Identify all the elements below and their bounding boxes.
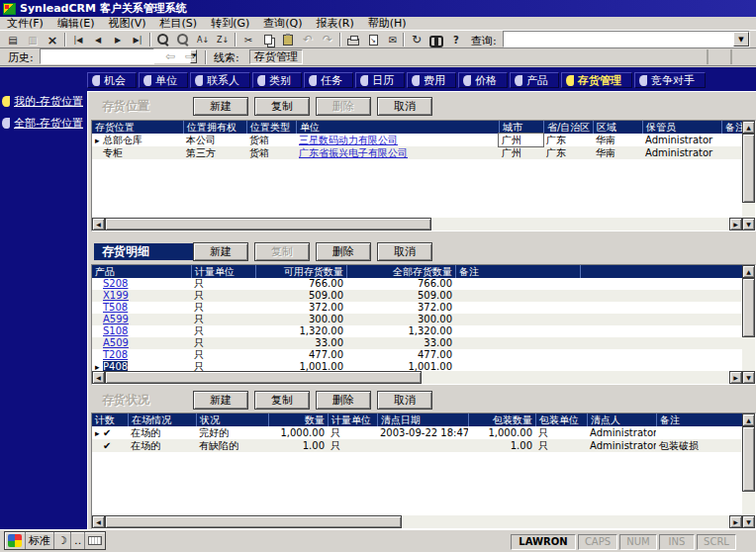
- column-header[interactable]: 包装单位: [535, 414, 587, 426]
- history-back-button[interactable]: ⇦: [161, 49, 179, 65]
- table-row[interactable]: T508 只 372.00 372.00: [92, 302, 742, 314]
- column-header[interactable]: 位置拥有权: [183, 121, 246, 134]
- location-copy-button[interactable]: 复制: [254, 97, 310, 116]
- product-link[interactable]: S208: [103, 278, 128, 289]
- menu-columns[interactable]: 栏目(S): [153, 17, 205, 31]
- unit-link[interactable]: 广东省振兴电子有限公司: [299, 147, 408, 158]
- menu-query[interactable]: 查询(Q): [256, 17, 309, 31]
- history-forward-button[interactable]: ⇨: [181, 49, 199, 65]
- scroll-up-button[interactable]: ▲: [742, 414, 755, 426]
- scroll-right-button[interactable]: ▶: [729, 515, 742, 528]
- refresh-button[interactable]: ↻: [407, 32, 426, 47]
- sidebar-item-all-locations[interactable]: 全部-存货位置: [2, 115, 85, 131]
- query-input[interactable]: [504, 32, 733, 46]
- ime-punct-button[interactable]: ‥: [71, 532, 85, 549]
- ime-standard-button[interactable]: 标准: [26, 532, 54, 549]
- column-header[interactable]: 可用存货数量: [255, 265, 346, 278]
- sort-desc-button[interactable]: Z↓: [213, 32, 233, 47]
- table-row[interactable]: S108 只 1,320.00 1,320.00: [92, 325, 742, 337]
- prev-record-button[interactable]: ◀: [88, 32, 108, 47]
- first-record-button[interactable]: |◀: [68, 32, 88, 47]
- scroll-thumb[interactable]: [742, 134, 755, 203]
- status-copy-button[interactable]: 复制: [254, 391, 310, 410]
- ime-softkbd-button[interactable]: [85, 532, 105, 549]
- column-header[interactable]: 清点人: [587, 414, 656, 426]
- scroll-left-button[interactable]: ◀: [92, 371, 105, 384]
- preview-button[interactable]: [173, 32, 193, 47]
- column-header[interactable]: 产品: [92, 265, 191, 278]
- table-row[interactable]: ✔ 在场的 有缺陷的 1.00 只 1.00 只 Administrator 包…: [92, 439, 742, 452]
- scroll-thumb[interactable]: [105, 218, 431, 230]
- location-cancel-button[interactable]: 取消: [377, 97, 432, 116]
- last-record-button[interactable]: ▶|: [128, 32, 147, 47]
- search-button[interactable]: [153, 32, 173, 47]
- print-button[interactable]: [343, 32, 363, 47]
- find-button[interactable]: [426, 32, 446, 47]
- column-header[interactable]: 位置类型: [246, 121, 296, 134]
- delete-record-button[interactable]: ×: [43, 32, 62, 47]
- export-button[interactable]: ↘: [363, 32, 383, 47]
- scroll-down-button[interactable]: ▼: [742, 371, 755, 384]
- tab-expense[interactable]: 费用: [407, 72, 456, 88]
- help-button[interactable]: ?: [446, 32, 466, 47]
- product-link[interactable]: A509: [103, 337, 129, 348]
- detail-hscrollbar[interactable]: ◀ ▶: [92, 371, 742, 384]
- detail-copy-button[interactable]: 复制: [254, 242, 310, 261]
- menu-goto[interactable]: 转到(G): [204, 17, 256, 31]
- scroll-thumb[interactable]: [742, 426, 755, 492]
- column-header[interactable]: 在场情况: [128, 414, 196, 426]
- tab-inventory[interactable]: 存货管理: [561, 72, 632, 88]
- mail-button[interactable]: ✉: [383, 32, 403, 47]
- product-link[interactable]: T208: [103, 349, 128, 360]
- unit-link[interactable]: 三星数码动力有限公司: [299, 135, 398, 145]
- table-row[interactable]: 专柜 第三方 货箱 广东省振兴电子有限公司 广州 广东 华南 Administr…: [92, 146, 742, 159]
- product-link[interactable]: T508: [103, 302, 128, 313]
- tab-category[interactable]: 类别: [252, 72, 302, 88]
- status-vscrollbar[interactable]: ▲ ▼: [742, 414, 755, 528]
- detail-vscrollbar[interactable]: ▲ ▼: [742, 265, 755, 384]
- detail-cancel-button[interactable]: 取消: [377, 242, 432, 261]
- column-header[interactable]: 计数: [92, 414, 128, 426]
- scroll-right-button[interactable]: ▶: [729, 371, 742, 384]
- column-header[interactable]: 备注: [656, 414, 742, 426]
- column-header[interactable]: 区域: [593, 121, 642, 134]
- cut-button[interactable]: ✂: [238, 32, 258, 47]
- column-header[interactable]: 全部存货数量: [346, 265, 455, 278]
- table-row[interactable]: A509 只 33.00 33.00: [92, 337, 742, 349]
- column-header[interactable]: 状况: [196, 414, 268, 426]
- sidebar-item-my-locations[interactable]: 我的-存货位置: [2, 93, 85, 109]
- column-header[interactable]: 单位: [296, 121, 499, 134]
- tab-competitor[interactable]: 竞争对手: [634, 72, 706, 88]
- column-header[interactable]: 备注: [721, 121, 742, 134]
- paste-button[interactable]: [278, 32, 298, 47]
- edit-record-button[interactable]: ▥: [23, 32, 43, 47]
- location-hscrollbar[interactable]: ◀ ▶: [92, 218, 742, 230]
- tab-price[interactable]: 价格: [458, 72, 508, 88]
- column-header[interactable]: 备注: [455, 265, 580, 278]
- location-new-button[interactable]: 新建: [193, 97, 248, 116]
- query-dropdown-button[interactable]: ▼: [733, 32, 749, 46]
- query-combobox[interactable]: ▼: [503, 31, 750, 47]
- detail-new-button[interactable]: 新建: [193, 242, 248, 261]
- ime-logo-button[interactable]: [5, 532, 26, 549]
- column-header[interactable]: 清点日期: [377, 414, 468, 426]
- status-new-button[interactable]: 新建: [193, 391, 248, 410]
- menu-report[interactable]: 报表(R): [310, 17, 361, 31]
- product-link[interactable]: A599: [103, 314, 129, 324]
- undo-button[interactable]: ↶: [298, 32, 318, 47]
- tab-unit[interactable]: 单位: [139, 72, 188, 88]
- copy-button[interactable]: [258, 32, 278, 47]
- menu-view[interactable]: 视图(V): [101, 17, 152, 31]
- sort-asc-button[interactable]: A↓: [193, 32, 213, 47]
- scroll-left-button[interactable]: ◀: [92, 218, 105, 230]
- column-header[interactable]: 城市: [499, 121, 543, 134]
- menu-edit[interactable]: 编辑(E): [50, 17, 102, 31]
- tab-task[interactable]: 任务: [304, 72, 353, 88]
- history-combobox[interactable]: ▼: [40, 48, 154, 64]
- column-header[interactable]: 包装数量: [468, 414, 535, 426]
- product-link[interactable]: S108: [103, 325, 128, 336]
- table-row[interactable]: ▸✔ 在场的 完好的 1,000.00 只 2003-09-22 18:47 1…: [92, 426, 742, 439]
- tab-contact[interactable]: 联系人: [190, 72, 250, 88]
- detail-delete-button[interactable]: 删除: [316, 242, 371, 261]
- table-row[interactable]: T208 只 477.00 477.00: [92, 349, 742, 361]
